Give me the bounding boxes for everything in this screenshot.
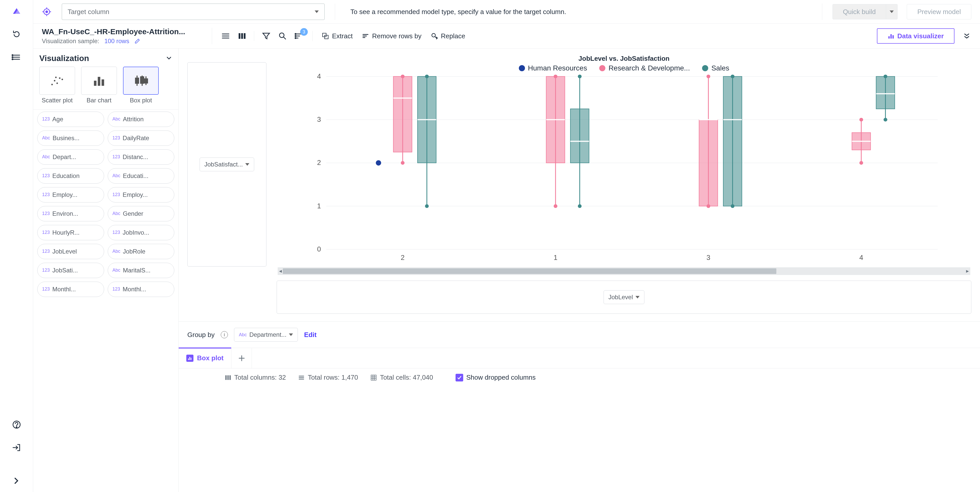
sample-label: Visualization sample: — [42, 38, 99, 45]
group-by-edit-link[interactable]: Edit — [304, 331, 317, 339]
svg-rect-110 — [191, 358, 191, 360]
column-chip[interactable]: AbcBusines... — [37, 131, 104, 146]
scrollbar-thumb[interactable] — [283, 268, 776, 274]
x-axis-dropzone[interactable]: JobLevel — [277, 280, 971, 314]
svg-rect-119 — [371, 375, 376, 380]
column-chip[interactable]: AbcEducati... — [108, 168, 175, 183]
boxplot-tab-icon — [186, 355, 193, 362]
collapse-icon[interactable] — [165, 55, 172, 62]
chart-legend: Human Resources Research & Developme... … — [277, 64, 971, 74]
add-tab-button[interactable] — [231, 348, 252, 368]
svg-rect-37 — [892, 35, 894, 38]
sort-icon[interactable]: 3 — [294, 32, 303, 40]
nav-help-icon[interactable] — [11, 419, 22, 430]
svg-rect-81 — [699, 120, 718, 206]
viz-type-scatter[interactable] — [39, 67, 75, 95]
column-chip[interactable]: AbcGender — [108, 206, 175, 221]
tab-box-plot[interactable]: Box plot — [179, 348, 231, 368]
svg-point-89 — [425, 204, 429, 208]
extract-button[interactable]: Extract — [322, 32, 353, 40]
search-icon[interactable] — [278, 32, 287, 40]
viz-type-bar[interactable] — [81, 67, 117, 95]
column-chip[interactable]: 123JobInvo... — [108, 225, 175, 240]
svg-point-85 — [859, 118, 863, 121]
svg-rect-96 — [570, 109, 589, 163]
svg-rect-19 — [244, 33, 245, 39]
columns-list[interactable]: 123AgeAbcAttritionAbcBusines...123DailyR… — [33, 109, 178, 492]
column-chip[interactable]: 123Monthl... — [108, 282, 175, 297]
view-grid-icon[interactable] — [238, 32, 246, 40]
svg-rect-52 — [145, 79, 148, 83]
column-chip[interactable]: 123Employ... — [37, 187, 104, 202]
svg-point-84 — [859, 161, 863, 165]
nav-list-icon[interactable] — [11, 52, 22, 62]
group-by-chip[interactable]: Abc Department... — [234, 328, 298, 342]
show-dropped-columns-toggle[interactable]: Show dropped columns — [455, 374, 536, 381]
column-chip[interactable]: 123Monthl... — [37, 282, 104, 297]
x-axis-chip[interactable]: JobLevel — [604, 290, 644, 304]
svg-text:3: 3 — [317, 115, 321, 123]
nav-exit-icon[interactable] — [11, 443, 22, 453]
data-visualizer-button[interactable]: Data visualizer — [877, 28, 955, 44]
nav-collapse-chevron-icon[interactable] — [11, 476, 22, 486]
y-axis-dropzone[interactable]: JobSatisfact... — [187, 62, 266, 267]
column-chip[interactable]: 123Age — [37, 111, 104, 127]
topbar: Target column To see a recommended model… — [33, 0, 980, 24]
svg-text:4: 4 — [317, 74, 321, 80]
svg-point-27 — [295, 38, 296, 38]
svg-point-94 — [578, 204, 582, 208]
edit-icon[interactable] — [134, 38, 140, 44]
chart-horizontal-scrollbar[interactable]: ◄ ► — [278, 267, 970, 275]
scroll-right-icon[interactable]: ► — [965, 269, 970, 274]
replace-button[interactable]: Replace — [431, 32, 465, 40]
column-chip[interactable]: AbcDepart... — [37, 150, 104, 165]
legend-swatch-hr — [519, 65, 525, 71]
filter-icon[interactable] — [262, 32, 270, 40]
status-bar: Total columns: 32 Total rows: 1,470 Tota… — [179, 368, 980, 392]
svg-rect-35 — [888, 36, 890, 38]
checkbox-checked-icon — [455, 374, 463, 381]
column-chip[interactable]: 123DailyRate — [108, 131, 175, 146]
scroll-left-icon[interactable]: ◄ — [278, 269, 283, 274]
column-chip[interactable]: 123Distanc... — [108, 150, 175, 165]
svg-point-7 — [16, 427, 17, 428]
app-logo-icon[interactable] — [11, 6, 22, 16]
view-list-icon[interactable] — [221, 32, 230, 40]
target-column-select[interactable]: Target column — [62, 3, 325, 20]
nav-refresh-icon[interactable] — [11, 29, 22, 39]
svg-point-38 — [51, 84, 53, 85]
svg-point-20 — [280, 33, 284, 38]
column-chip[interactable]: AbcMaritalS... — [108, 263, 175, 278]
y-axis-chip[interactable]: JobSatisfact... — [200, 158, 255, 171]
column-chip[interactable]: 123JobSati... — [37, 263, 104, 278]
svg-point-42 — [62, 79, 63, 80]
info-icon[interactable]: i — [221, 331, 228, 338]
svg-point-25 — [295, 33, 296, 35]
viz-type-box[interactable] — [123, 67, 159, 95]
svg-point-3 — [12, 55, 13, 56]
svg-rect-45 — [98, 77, 100, 86]
svg-rect-108 — [188, 358, 189, 360]
column-chip[interactable]: AbcJobRole — [108, 244, 175, 259]
column-chip[interactable]: 123Education — [37, 168, 104, 183]
svg-text:2: 2 — [401, 253, 404, 261]
sample-value-link[interactable]: 100 rows — [104, 38, 129, 45]
svg-rect-36 — [891, 34, 892, 38]
context-bar: WA_Fn-UseC_-HR-Employee-Attrition... Vis… — [33, 24, 980, 48]
status-total-columns: Total columns: 32 — [224, 374, 286, 381]
expand-icon[interactable] — [962, 32, 971, 41]
remove-rows-button[interactable]: Remove rows by — [362, 32, 422, 40]
column-chip[interactable]: 123JobLevel — [37, 244, 104, 259]
column-chip[interactable]: 123Environ... — [37, 206, 104, 221]
svg-rect-18 — [241, 33, 243, 39]
svg-point-4 — [12, 57, 13, 58]
svg-rect-44 — [94, 81, 97, 86]
sort-badge: 3 — [300, 28, 308, 36]
chevron-down-icon — [315, 11, 319, 13]
svg-text:2: 2 — [317, 159, 321, 166]
column-chip[interactable]: 123Employ... — [108, 187, 175, 202]
bar-chart-icon — [888, 33, 894, 39]
column-chip[interactable]: 123HourlyR... — [37, 225, 104, 240]
column-chip[interactable]: AbcAttrition — [108, 111, 175, 127]
target-icon — [42, 7, 52, 17]
